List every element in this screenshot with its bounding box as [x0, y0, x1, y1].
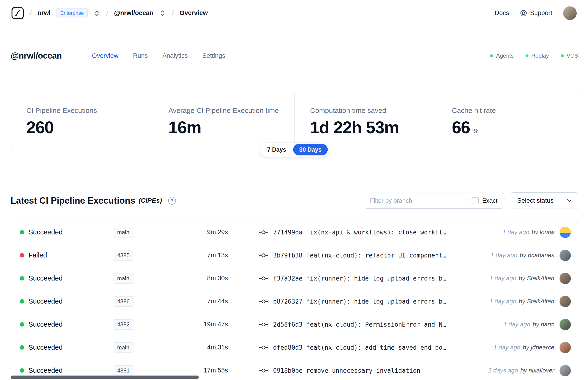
integration-label: Replay: [531, 53, 549, 59]
integration-agents[interactable]: Agents: [490, 53, 514, 59]
workspace-switcher-button[interactable]: [159, 9, 166, 18]
exact-checkbox[interactable]: [472, 197, 479, 204]
table-row[interactable]: Succeeded main 8m 30s f37a32ae fix(runne…: [11, 267, 578, 290]
docs-link[interactable]: Docs: [495, 9, 509, 17]
commit-message: b8726327 fix(runner): hide log upload er…: [273, 298, 446, 305]
branch-filter-input[interactable]: [364, 193, 466, 208]
status-label: Succeeded: [28, 367, 63, 374]
status-select-label: Select status: [517, 197, 554, 204]
avatar: [560, 227, 571, 238]
breadcrumb-workspace[interactable]: @nrwl/ocean: [114, 9, 153, 17]
status-select[interactable]: Select status: [511, 192, 578, 209]
branch-badge[interactable]: main: [113, 273, 134, 284]
tab-analytics[interactable]: Analytics: [162, 52, 188, 59]
help-icon[interactable]: ?: [168, 197, 176, 205]
chevron-down-icon: [567, 199, 572, 202]
status-dot-icon: [561, 54, 564, 57]
avatar: [560, 342, 571, 353]
author: by nartc: [533, 321, 555, 328]
commit-message: dfed80d3 feat(nx-cloud): add time-saved …: [273, 344, 446, 351]
user-avatar[interactable]: [563, 6, 577, 20]
duration: 17m 55s: [186, 367, 228, 374]
workspace-tabs: Overview Runs Analytics Settings: [92, 52, 225, 59]
stat-label: Cache hit rate: [452, 107, 569, 114]
tab-overview[interactable]: Overview: [92, 52, 118, 59]
breadcrumb-org[interactable]: nrwl: [38, 9, 51, 17]
stat-value: 260: [26, 118, 143, 137]
author: by bcabanes: [520, 252, 554, 259]
commit-cell: 771499da fix(nx-api & workflows): close …: [228, 229, 497, 236]
meta-cell: 1 day ago by bcabanes: [490, 250, 571, 261]
branch-badge[interactable]: 4381: [113, 365, 134, 376]
avatar: [560, 319, 571, 330]
cipe-table: Succeeded main 9m 29s 771499da fix(nx-ap…: [11, 221, 578, 380]
commit-cell: dfed80d3 feat(nx-cloud): add time-saved …: [228, 344, 488, 351]
branch-badge[interactable]: 4385: [113, 250, 134, 261]
table-row[interactable]: Succeeded 4386 7m 44s b8726327 fix(runne…: [11, 290, 578, 313]
status-dot-icon: [20, 345, 24, 350]
commit-cell: 0918b0be remove unnecessary invalidation: [228, 367, 482, 374]
tab-runs[interactable]: Runs: [133, 52, 148, 59]
commit-cell: 3b79fb38 feat(nx-cloud): refactor UI com…: [228, 252, 485, 259]
tab-settings[interactable]: Settings: [202, 52, 225, 59]
meta-cell: 1 day ago by jdpearce: [493, 342, 571, 353]
table-row[interactable]: Succeeded main 9m 29s 771499da fix(nx-ap…: [11, 221, 578, 244]
integration-label: VCS: [567, 53, 578, 59]
cipe-title-group: Latest CI Pipeline Executions (CIPEs) ?: [11, 196, 176, 206]
stat-computation-time-saved: Computation time saved 1d 22h 53m: [294, 93, 436, 149]
table-row[interactable]: Succeeded main 4m 31s dfed80d3 feat(nx-c…: [11, 336, 578, 359]
relative-time: 1 day ago: [490, 275, 516, 282]
breadcrumb-separator: /: [30, 8, 32, 18]
section-subtitle: (CIPEs): [138, 197, 162, 204]
author: by StalkAltan: [519, 275, 554, 282]
status-label: Succeeded: [28, 274, 63, 282]
chevron-up-down-icon: [94, 10, 99, 17]
status-dot-icon: [20, 368, 24, 373]
status-dot-icon: [20, 299, 24, 304]
status-cell: Succeeded: [20, 343, 113, 351]
support-link[interactable]: Support: [520, 9, 552, 17]
period-30-days-button[interactable]: 30 Days: [293, 144, 328, 155]
enterprise-badge: Enterprise: [56, 8, 88, 18]
integration-replay[interactable]: Replay: [525, 53, 549, 59]
stat-cache-hit-rate: Cache hit rate 66 %: [436, 93, 578, 149]
period-7-days-button[interactable]: 7 Days: [261, 144, 292, 155]
meta-cell: 1 day ago by lourw: [502, 227, 571, 238]
stat-label: Computation time saved: [310, 107, 427, 114]
branch-badge[interactable]: main: [113, 342, 134, 353]
avatar: [560, 250, 571, 261]
commit-message: f37a32ae fix(runner): hide log upload er…: [273, 275, 446, 282]
author: by lourw: [531, 228, 554, 236]
status-dot-icon: [490, 54, 493, 57]
table-row[interactable]: Succeeded 4382 19m 47s 2d58f6d3 feat(nx-…: [11, 313, 578, 336]
branch-badge[interactable]: main: [113, 227, 134, 237]
status-label: Failed: [28, 251, 47, 259]
relative-time: 1 day ago: [503, 321, 530, 328]
branch-badge[interactable]: 4382: [113, 319, 134, 330]
lifebuoy-icon: [520, 9, 527, 17]
exact-label[interactable]: Exact: [482, 197, 497, 204]
branch-cell: 4381: [113, 365, 186, 376]
nx-cloud-logo[interactable]: [11, 7, 24, 19]
meta-cell: 2 days ago by nixallover: [488, 365, 571, 376]
branch-badge[interactable]: 4386: [113, 296, 134, 307]
breadcrumb-separator: /: [172, 8, 174, 18]
org-switcher-button[interactable]: [93, 9, 100, 18]
page-title: @nrwl/ocean: [11, 51, 62, 61]
status-cell: Succeeded: [20, 298, 113, 305]
duration: 9m 29s: [186, 228, 228, 236]
table-row[interactable]: Failed 4385 7m 13s 3b79fb38 feat(nx-clou…: [11, 244, 578, 267]
commit-icon: [259, 299, 268, 304]
exact-match-group: Exact: [466, 193, 503, 208]
status-cell: Succeeded: [20, 367, 113, 374]
status-dot-icon: [525, 54, 529, 57]
status-label: Succeeded: [28, 343, 63, 351]
integration-vcs[interactable]: VCS: [561, 53, 578, 59]
commit-icon: [259, 345, 268, 350]
stats-section: CI Pipeline Executions 260 Average CI Pi…: [11, 93, 578, 149]
stats-cards: CI Pipeline Executions 260 Average CI Pi…: [11, 93, 578, 149]
horizontal-scrollbar-thumb[interactable]: [11, 376, 199, 379]
duration: 7m 44s: [186, 298, 228, 305]
commit-message: 0918b0be remove unnecessary invalidation: [273, 367, 420, 374]
relative-time: 1 day ago: [490, 298, 516, 305]
